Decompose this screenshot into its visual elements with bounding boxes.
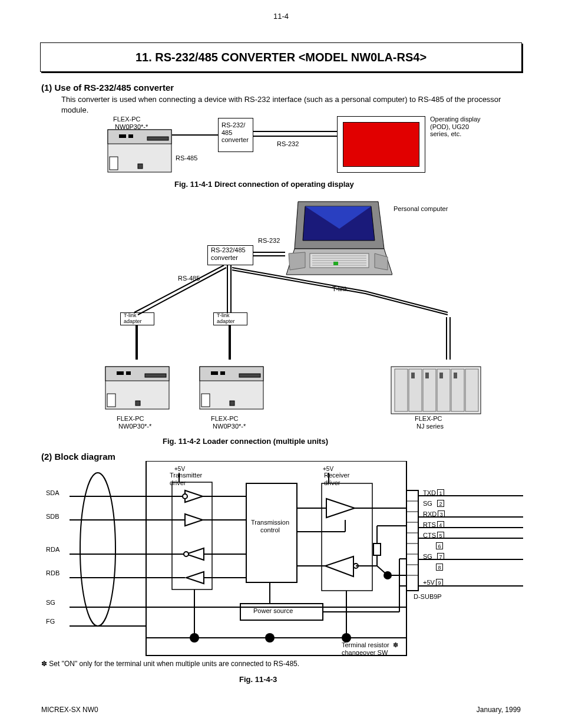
switch-note: Terminal resistor ✽ changeover SW	[342, 641, 398, 656]
fig2-caption: Fig. 11-4-2 Loader connection (multiple …	[163, 436, 328, 447]
svg-rect-31	[211, 371, 218, 375]
svg-marker-73	[326, 499, 355, 518]
svg-marker-74	[325, 556, 353, 577]
pin5-label: CTS5	[423, 532, 444, 539]
plc1-label: FLEX-PC NW0P30*-*	[113, 116, 148, 130]
svg-rect-37	[395, 369, 408, 411]
svg-rect-40	[437, 369, 450, 411]
plc2-label: FLEX-PC NW0P30*-*	[117, 415, 151, 430]
footnote: ✽ Set "ON" only for the terminal unit wh…	[41, 659, 299, 668]
svg-rect-6	[138, 164, 143, 169]
svg-rect-27	[107, 394, 115, 407]
p5v-label1: +5V	[174, 466, 185, 473]
nj-label: FLEX-PC NJ series	[415, 415, 444, 430]
connector-line	[135, 325, 138, 360]
pc-label: Personal computer	[394, 205, 448, 213]
svg-rect-5	[110, 157, 118, 170]
svg-rect-45	[439, 373, 443, 378]
svg-rect-46	[454, 373, 457, 378]
svg-rect-34	[201, 394, 210, 407]
pin8-label: 8	[436, 564, 443, 571]
connector-line	[229, 325, 231, 360]
svg-point-60	[184, 552, 189, 556]
svg-rect-39	[423, 369, 436, 411]
pin2-label: SG2	[423, 500, 444, 508]
display-screen	[343, 122, 419, 167]
svg-rect-2	[119, 134, 126, 138]
sdb-label: SDB	[46, 513, 59, 521]
svg-point-90	[190, 633, 199, 643]
sg-label: SG	[46, 599, 55, 607]
rdb-label: RDB	[46, 569, 59, 577]
pin9-label: +5V9	[423, 579, 443, 587]
rs232-label-2: RS-232	[258, 237, 280, 245]
svg-rect-79	[373, 543, 381, 555]
connector-line	[253, 136, 337, 137]
connector-line	[172, 134, 218, 136]
fg-label: FG	[46, 618, 55, 625]
pin6-label: 6	[436, 542, 443, 550]
rda-label: RDA	[46, 546, 59, 554]
svg-rect-3	[128, 134, 133, 138]
svg-rect-32	[220, 371, 225, 375]
rs485-label-2: RS-485	[178, 275, 200, 282]
footer-left: MICREX-SX NW0	[41, 706, 98, 714]
svg-rect-38	[409, 369, 422, 411]
svg-rect-42	[465, 369, 478, 411]
converter-1-label: RS-232/ 485 converter	[222, 121, 249, 144]
plc2-graphic	[103, 358, 173, 411]
svg-rect-33	[239, 374, 260, 377]
txctrl-label: Transmission control	[251, 519, 289, 533]
svg-marker-61	[186, 572, 204, 584]
section-1-paragraph: This converter is used when connecting a…	[61, 94, 521, 115]
page-number: 11-4	[273, 12, 289, 21]
block-diagram-svg	[70, 461, 523, 667]
rcvdriver-label: Receiver driver	[324, 472, 349, 486]
svg-line-83	[377, 566, 388, 575]
rs232-label-1: RS-232	[277, 140, 299, 148]
chapter-title-box: 11. RS-232/485 CONVERTER <MODEL NW0LA-RS…	[40, 42, 522, 72]
pin3-label: RXD3	[423, 510, 445, 518]
svg-point-91	[265, 633, 275, 643]
svg-rect-26	[145, 374, 166, 377]
section-2-head: (2) Block diagram	[41, 452, 115, 462]
plc3-graphic	[197, 358, 267, 411]
svg-point-57	[183, 494, 187, 499]
tlink-adapter-a-label: T-link adapter	[124, 312, 142, 325]
pin1-label: TXD1	[423, 489, 444, 497]
connector-line	[253, 250, 289, 262]
plc3-label: FLEX-PC NW0P30*-*	[211, 415, 246, 430]
rs485-bus-lines	[118, 265, 483, 348]
p5v-label2: +5V	[323, 466, 333, 473]
connector-line	[253, 131, 337, 132]
svg-rect-44	[425, 373, 429, 378]
rs485-label-1: RS-485	[176, 154, 197, 162]
pin4-label: RTS4	[423, 521, 444, 529]
tlink-label: T-link	[332, 285, 348, 293]
svg-rect-28	[135, 401, 140, 406]
sda-label: SDA	[46, 489, 59, 497]
fig1-caption: Fig. 11-4-1 Direct connection of operati…	[174, 179, 354, 190]
fig3-caption: Fig. 11-4-3	[239, 674, 277, 685]
svg-rect-4	[147, 137, 168, 140]
display-label: Operating display (POD), UG20 series, et…	[430, 116, 481, 138]
section-1-head: (1) Use of RS-232/485 converter	[41, 83, 174, 93]
dsub-label: D-SUB9P	[414, 593, 442, 601]
svg-rect-24	[117, 371, 124, 375]
svg-marker-58	[185, 514, 203, 526]
txdriver-label: Transmitter driver	[170, 472, 202, 486]
svg-rect-35	[230, 401, 234, 406]
svg-rect-43	[411, 373, 415, 378]
tlink-adapter-b-label: T-link adapter	[217, 312, 235, 325]
svg-rect-25	[126, 371, 131, 375]
power-label: Power source	[253, 607, 293, 615]
footer-right: January, 1999	[477, 706, 521, 714]
pin7-label: SG7	[423, 553, 444, 561]
converter-2-label: RS-232/485 converter	[211, 246, 246, 261]
chapter-title: 11. RS-232/485 CONVERTER <MODEL NW0LA-RS…	[135, 51, 427, 64]
nj-rack-graphic	[389, 357, 483, 416]
svg-rect-41	[451, 369, 464, 411]
